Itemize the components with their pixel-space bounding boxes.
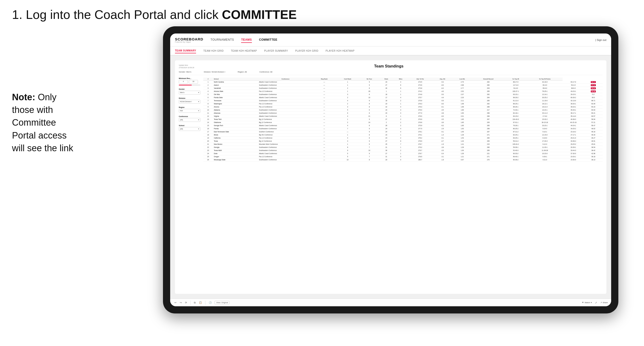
cell-avg-sg2: 1.28 [452,146,472,149]
committee-keyword: COMMITTEE [222,8,297,21]
cell-wins: 2 [394,149,408,152]
min-rou-label: Minimum Rou... [179,78,200,79]
cell-adj-par: 278.7 [408,143,432,146]
table-row: 8 Washington Pac-12 Conference — 2 8 23 … [203,102,602,105]
sub-nav-player-h2h-heatmap[interactable]: PLAYER H2H HEATMAP [326,49,354,53]
cell-avg-sg: -4.0 [432,90,452,93]
sub-nav-team-h2h-grid[interactable]: TEAM H2H GRID [203,49,224,53]
cell-vs50: 35-29-1 [562,108,584,112]
cell-low-rd: 268 [472,115,504,118]
cell-avg-sg: -6.2 [432,87,452,90]
division-value: NCAA Division I [212,71,225,73]
cell-conference: Southern Conference [258,130,313,133]
cell-conf-rank: 10 [336,158,360,161]
cell-low-rd: 258 [472,127,504,130]
paste-icon[interactable]: 📋 [198,301,203,304]
sub-nav-team-h2h-heatmap[interactable]: TEAM H2H HEATMAP [231,49,257,53]
cell-rnds: 22 [379,105,394,108]
cell-vs50: 27-17-1 [562,133,584,136]
copy-icon[interactable]: ⧉ [193,301,196,305]
table-container: # School Conference Reg Rank Conf Rank N… [203,78,602,290]
cell-vs50: 39-23-1 [562,105,584,108]
nav-committee[interactable]: COMMITTEE [259,37,278,43]
school-select[interactable]: (All) ▾ [179,127,200,131]
cell-school: Auburn [213,84,258,87]
cell-low-rd: 262 [472,102,504,105]
cell-reg-rank: — [313,93,336,96]
cell-no-tour: 10 [360,96,379,99]
gender-select[interactable]: Men's ▾ [179,91,200,95]
cell-rnds: 26 [379,124,394,127]
min-rou-input2[interactable]: 30 [189,80,198,84]
chevron-down-icon5: ▾ [198,128,199,130]
min-rou-input1[interactable]: 4 [179,80,188,84]
view-original-btn[interactable]: View: Original [214,301,230,304]
table-row: 23 Texas A&M Southeastern Conference — 9… [203,149,602,152]
cell-vs25: 11-19-0 [527,99,562,102]
cell-no-tour: 8 [360,124,379,127]
toolbar-icons: ↩ ↪ ⟳ ⧉ 📋 🕐 [174,301,212,305]
sub-nav-player-summary[interactable]: PLAYER SUMMARY [264,49,288,53]
points-badge: 86.62 [591,87,596,89]
cell-points: 60.57 [584,115,602,118]
cell-avg-sg2: 2.70 [452,80,472,84]
school-section: School (All) ▾ [179,125,200,131]
division-select[interactable]: NCAA Division I ▾ [179,100,200,104]
clock-icon[interactable]: 🕐 [208,301,212,304]
cell-school: Oklahoma [213,121,258,124]
cell-rank: 13 [203,118,213,121]
conference-select[interactable]: (All) ▾ [179,118,200,122]
cell-points: 87.21 [584,84,602,87]
cell-overall: 86-26-1 [504,105,527,108]
points-badge: 38.42 [591,150,595,151]
sub-nav-team-summary[interactable]: TEAM SUMMARY [175,48,196,53]
cell-reg-rank: — [313,136,336,140]
cell-rnds: 1 [379,90,394,93]
cell-no-tour: 8 [360,136,379,140]
division-sidebar-label: Division [179,97,200,99]
refresh-icon[interactable]: ⟳ [184,301,188,304]
cell-vs25: 18-12-1 [527,102,562,105]
cell-adj-par: 274.2 [408,90,432,93]
cell-conference: Southeastern Conference [258,158,313,161]
share-btn[interactable]: ↗ Share [600,302,608,304]
cell-rank: 16 [203,127,213,130]
cell-wins: 4 [394,127,408,130]
cell-conf-rank: 7 [336,127,360,130]
redo-icon[interactable]: ↪ [179,301,183,304]
cell-conference: Southeastern Conference [258,127,313,130]
min-rou-section: Minimum Rou... 4 30 [179,78,200,85]
region-filter: Region: All [232,71,246,73]
sign-out[interactable]: | Sign out [595,38,606,41]
cell-no-tour: 6 [360,99,379,102]
cell-rnds: 23 [379,133,394,136]
conference-sidebar-label: Conference [179,116,200,117]
cell-points: 46.91 [584,140,602,143]
cell-avg-sg: -3.5 [432,118,452,121]
region-select[interactable]: N/A ▾ [179,109,200,113]
min-rou-range: 4 30 [179,80,200,84]
logo-sub: Powered by clippd [175,41,203,43]
cell-overall: 86-25-1 [504,102,527,105]
cell-vs50: 40-15-18 [562,121,584,124]
cell-avg-sg: -6.1 [432,105,452,108]
gender-label: Gender: [179,71,186,73]
cell-school: New Mexico [213,143,258,146]
sub-nav-player-h2h-grid[interactable]: PLAYER H2H GRID [295,49,318,53]
cell-reg-rank: — [313,130,336,133]
min-rou-slider[interactable] [179,85,200,85]
nav-tournaments[interactable]: TOURNAMENTS [210,37,234,43]
cell-avg-sg: -3.8 [432,112,452,115]
cell-points: 38.13 [584,158,602,161]
cell-adj-par: 278.5 [408,155,432,158]
cell-rnds: 26 [379,87,394,90]
points-badge: 73.7 [592,94,595,95]
undo-icon[interactable]: ↩ [174,301,177,304]
cell-overall: 59-39-1 [504,146,527,149]
col-rank: # [203,78,213,81]
cell-adj-par: 278.9 [408,140,432,143]
watch-btn[interactable]: 👁 Watch ▾ [582,302,592,304]
toolbar-icon-expand[interactable]: ⤢ [594,301,598,304]
cell-avg-sg: -6.0 [432,115,452,118]
nav-teams[interactable]: TEAMS [241,37,252,43]
